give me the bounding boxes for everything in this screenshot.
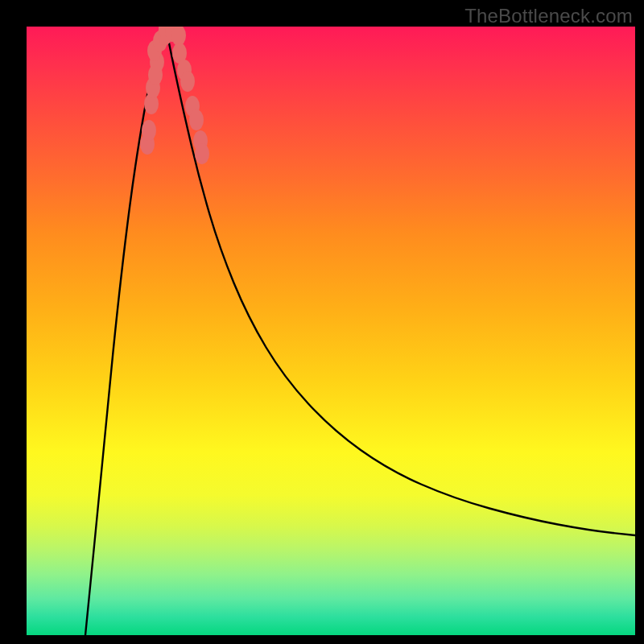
scatter-point — [189, 109, 204, 130]
curve-right-branch — [166, 27, 635, 535]
curve-left-branch — [85, 27, 166, 635]
plot-area — [27, 27, 635, 635]
scatter-points — [140, 27, 209, 164]
scatter-point — [180, 71, 195, 92]
chart-frame: TheBottleneck.com — [0, 0, 644, 644]
scatter-point — [142, 120, 156, 141]
watermark-text: TheBottleneck.com — [464, 5, 633, 27]
scatter-point — [195, 143, 209, 164]
chart-svg — [27, 27, 635, 635]
